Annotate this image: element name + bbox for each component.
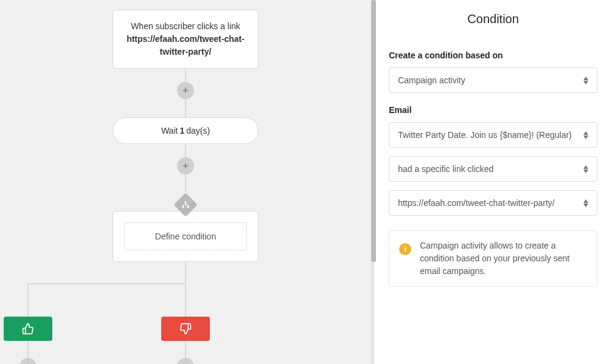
info-text: Campaign activity allows to create a con…: [420, 239, 587, 278]
select-chevrons-icon: [583, 199, 588, 207]
action-select-value: had a specific link clicked: [398, 164, 493, 174]
add-step-button-2[interactable]: +: [177, 157, 194, 174]
trigger-prefix: When subscriber clicks a link: [131, 21, 240, 31]
info-icon: i: [399, 243, 411, 255]
add-step-yes-branch[interactable]: +: [19, 358, 37, 364]
trigger-node[interactable]: When subscriber clicks a link https://ef…: [113, 10, 259, 69]
add-step-no-branch[interactable]: +: [177, 358, 194, 364]
thumbs-down-icon: [179, 323, 192, 335]
delay-node[interactable]: Wait 1 day(s): [113, 117, 259, 144]
link-select-value: https://efaah.com/tweet-chat-twitter-par…: [398, 198, 555, 208]
add-step-button-1[interactable]: +: [177, 82, 194, 99]
condition-panel: Condition Create a condition based on Ca…: [374, 0, 612, 364]
condition-node[interactable]: Define condition: [113, 211, 259, 262]
connector-line: [185, 144, 186, 157]
define-condition-area[interactable]: Define condition: [124, 222, 247, 250]
define-condition-label: Define condition: [155, 232, 216, 241]
basis-select[interactable]: Campaign activity: [389, 67, 597, 93]
workflow-canvas[interactable]: When subscriber clicks a link https://ef…: [0, 0, 371, 364]
email-select[interactable]: Twitter Party Date. Join us {$name}! (Re…: [389, 122, 597, 148]
branch-yes-button[interactable]: [4, 317, 52, 341]
panel-scrollbar[interactable]: [371, 0, 374, 364]
action-select[interactable]: had a specific link clicked: [389, 156, 597, 182]
select-chevrons-icon: [583, 131, 588, 139]
connector-line: [185, 99, 186, 117]
app-root: When subscriber clicks a link https://ef…: [0, 0, 612, 364]
wait-suffix: day(s): [186, 126, 210, 136]
wait-value: 1: [179, 126, 184, 136]
basis-label: Create a condition based on: [389, 50, 597, 60]
info-callout: i Campaign activity allows to create a c…: [389, 230, 597, 287]
branch-no-button[interactable]: [161, 317, 210, 341]
branch-connector-lines: [0, 262, 371, 364]
connector-line: [185, 69, 186, 82]
email-label: Email: [389, 105, 597, 115]
branch-split: + +: [0, 262, 371, 364]
link-select[interactable]: https://efaah.com/tweet-chat-twitter-par…: [389, 190, 597, 216]
scrollbar-thumb[interactable]: [371, 0, 376, 262]
right-panel-wrap: Condition Create a condition based on Ca…: [371, 0, 612, 364]
wait-prefix: Wait: [161, 126, 178, 136]
panel-title: Condition: [389, 12, 597, 26]
basis-select-value: Campaign activity: [398, 75, 465, 85]
condition-diamond-icon: [177, 193, 194, 217]
connector-line: [185, 174, 186, 193]
workflow-column: When subscriber clicks a link https://ef…: [0, 0, 371, 364]
email-select-value: Twitter Party Date. Join us {$name}! (Re…: [398, 130, 572, 140]
select-chevrons-icon: [583, 77, 588, 84]
trigger-url: https://efaah.com/tweet-chat-twitter-par…: [127, 34, 245, 57]
thumbs-up-icon: [22, 323, 34, 335]
select-chevrons-icon: [583, 165, 588, 173]
